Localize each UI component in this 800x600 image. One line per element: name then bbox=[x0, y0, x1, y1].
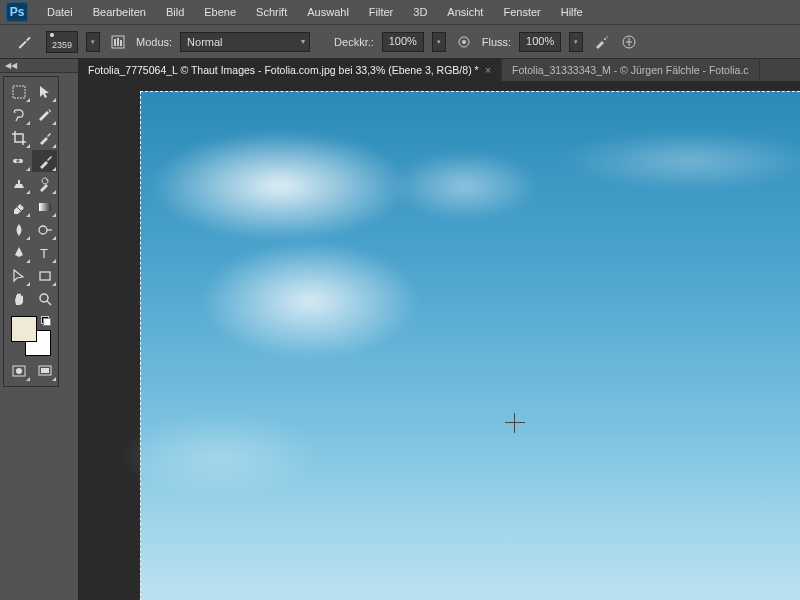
zoom-tool[interactable] bbox=[32, 288, 57, 310]
svg-rect-9 bbox=[13, 86, 25, 98]
menu-fenster[interactable]: Fenster bbox=[494, 3, 549, 21]
svg-rect-14 bbox=[40, 272, 50, 280]
svg-rect-1 bbox=[114, 39, 116, 46]
magic-wand-tool[interactable] bbox=[32, 104, 57, 126]
svg-point-7 bbox=[606, 36, 607, 37]
tool-preset-picker[interactable] bbox=[10, 28, 38, 56]
svg-rect-11 bbox=[39, 203, 51, 211]
quick-mask-tool[interactable] bbox=[6, 360, 31, 382]
marquee-tool[interactable] bbox=[6, 81, 31, 103]
blur-tool[interactable] bbox=[6, 219, 31, 241]
airbrush-icon[interactable] bbox=[591, 32, 611, 52]
menu-hilfe[interactable]: Hilfe bbox=[552, 3, 592, 21]
menubar: Ps Datei Bearbeiten Bild Ebene Schrift A… bbox=[0, 0, 800, 25]
menu-datei[interactable]: Datei bbox=[38, 3, 82, 21]
healing-brush-tool[interactable] bbox=[6, 150, 31, 172]
pressure-size-icon[interactable] bbox=[619, 32, 639, 52]
pressure-opacity-icon[interactable] bbox=[454, 32, 474, 52]
svg-rect-2 bbox=[117, 38, 119, 46]
svg-rect-3 bbox=[120, 40, 122, 46]
document-tab-2-label: Fotolia_31333343_M - © Jürgen Fälchle - … bbox=[512, 64, 749, 76]
rectangle-tool[interactable] bbox=[32, 265, 57, 287]
move-tool[interactable] bbox=[32, 81, 57, 103]
flow-dropdown[interactable]: ▾ bbox=[569, 32, 583, 52]
screen-mode-tool[interactable] bbox=[32, 360, 57, 382]
gradient-tool[interactable] bbox=[32, 196, 57, 218]
swap-colors-icon[interactable] bbox=[41, 316, 51, 326]
svg-text:T: T bbox=[40, 246, 48, 261]
blend-mode-select[interactable]: Normal bbox=[180, 32, 310, 52]
color-swatches[interactable] bbox=[9, 316, 53, 356]
menu-bearbeiten[interactable]: Bearbeiten bbox=[84, 3, 155, 21]
menu-3d[interactable]: 3D bbox=[404, 3, 436, 21]
eraser-tool[interactable] bbox=[6, 196, 31, 218]
opacity-label: Deckkr.: bbox=[334, 36, 374, 48]
brush-panel-toggle-icon[interactable] bbox=[108, 32, 128, 52]
history-brush-tool[interactable] bbox=[32, 173, 57, 195]
blend-mode-value: Normal bbox=[187, 36, 222, 48]
menu-ansicht[interactable]: Ansicht bbox=[438, 3, 492, 21]
type-tool[interactable]: T bbox=[32, 242, 57, 264]
lasso-tool[interactable] bbox=[6, 104, 31, 126]
pen-tool[interactable] bbox=[6, 242, 31, 264]
foreground-color[interactable] bbox=[11, 316, 37, 342]
canvas-area[interactable] bbox=[78, 81, 800, 600]
brush-icon bbox=[16, 34, 32, 50]
mode-label: Modus: bbox=[136, 36, 172, 48]
app-logo: Ps bbox=[6, 2, 28, 22]
hand-tool[interactable] bbox=[6, 288, 31, 310]
document-tabs: Fotolia_7775064_L © Thaut Images - Fotol… bbox=[78, 59, 800, 81]
brush-tool[interactable] bbox=[32, 150, 57, 172]
svg-rect-19 bbox=[41, 368, 49, 373]
dodge-tool[interactable] bbox=[32, 219, 57, 241]
flow-label: Fluss: bbox=[482, 36, 511, 48]
toolbox-collapse-strip[interactable]: ◀◀ bbox=[0, 59, 78, 73]
opacity-dropdown[interactable]: ▾ bbox=[432, 32, 446, 52]
document-tab-2[interactable]: Fotolia_31333343_M - © Jürgen Fälchle - … bbox=[502, 59, 760, 81]
toolbox: T bbox=[3, 76, 59, 387]
opacity-input[interactable]: 100% bbox=[382, 32, 424, 52]
crop-tool[interactable] bbox=[6, 127, 31, 149]
image-content bbox=[140, 91, 800, 600]
menu-auswahl[interactable]: Auswahl bbox=[298, 3, 358, 21]
menu-filter[interactable]: Filter bbox=[360, 3, 402, 21]
flow-input[interactable]: 100% bbox=[519, 32, 561, 52]
svg-point-17 bbox=[16, 368, 22, 374]
menu-bild[interactable]: Bild bbox=[157, 3, 193, 21]
path-selection-tool[interactable] bbox=[6, 265, 31, 287]
options-bar: 2359 ▾ Modus: Normal Deckkr.: 100% ▾ Flu… bbox=[0, 25, 800, 59]
close-icon[interactable]: × bbox=[485, 64, 491, 76]
brush-size-value: 2359 bbox=[52, 40, 72, 50]
menu-schrift[interactable]: Schrift bbox=[247, 3, 296, 21]
document-tab-1-label: Fotolia_7775064_L © Thaut Images - Fotol… bbox=[88, 64, 479, 76]
document-tab-1[interactable]: Fotolia_7775064_L © Thaut Images - Fotol… bbox=[78, 59, 502, 81]
svg-point-12 bbox=[39, 226, 47, 234]
eyedropper-tool[interactable] bbox=[32, 127, 57, 149]
svg-point-6 bbox=[604, 38, 606, 40]
document-canvas[interactable] bbox=[140, 91, 800, 600]
brush-size-chip[interactable]: 2359 bbox=[46, 31, 78, 53]
clone-stamp-tool[interactable] bbox=[6, 173, 31, 195]
brush-size-dropdown[interactable]: ▾ bbox=[86, 32, 100, 52]
svg-point-15 bbox=[40, 294, 48, 302]
menu-ebene[interactable]: Ebene bbox=[195, 3, 245, 21]
svg-point-5 bbox=[462, 40, 466, 44]
